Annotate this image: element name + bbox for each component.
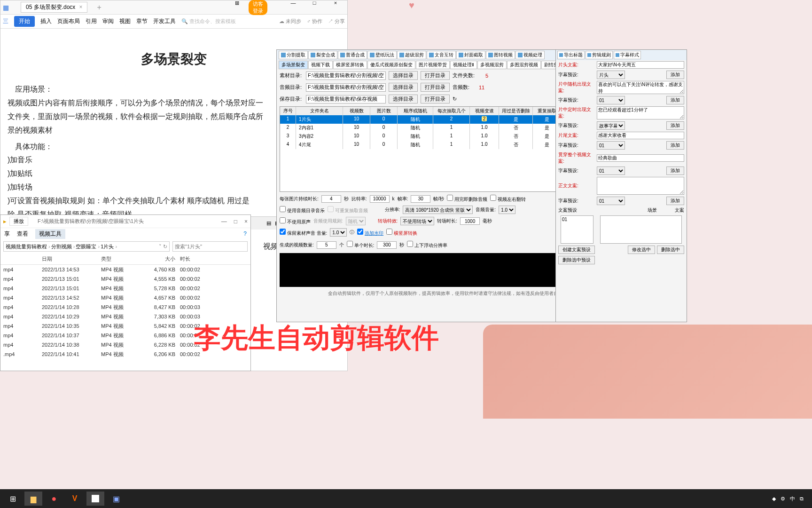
editor-top-tab[interactable]: 裂变合成 <box>308 51 337 59</box>
file-row[interactable]: mp42022/1/13 15:01MP4 视频4,555 KB00:00:02 <box>0 274 250 284</box>
app-misc-icon[interactable]: ▣ <box>107 492 125 506</box>
btn-delete-sel[interactable]: 删除选中 <box>657 246 684 254</box>
btn-select-src[interactable]: 选择目录 <box>389 71 418 80</box>
input-gen-count[interactable] <box>317 241 336 249</box>
editor-top-tab[interactable]: 图转视频 <box>486 51 515 59</box>
ribbon-ref[interactable]: 引用 <box>86 17 97 25</box>
editor-top-tab[interactable]: 超级混剪 <box>397 51 426 59</box>
btn-modify-sel[interactable]: 修改选中 <box>628 246 655 254</box>
col-date[interactable]: 日期 <box>42 255 101 262</box>
search-command[interactable]: 🔍 查找命令、搜索模板 <box>181 18 236 25</box>
input-body-text[interactable] <box>597 177 684 195</box>
btn-open-save[interactable]: 打开目录 <box>421 95 450 103</box>
file-row[interactable]: mp42022/1/13 14:53MP4 视频4,760 KB00:00:02 <box>0 265 250 274</box>
btn-add4[interactable]: 添加 <box>666 141 684 150</box>
editor-sub-tab[interactable]: 傻瓜式视频原创裂变 <box>367 61 415 69</box>
editor-sub-tab[interactable]: 多视频混剪 <box>477 61 507 69</box>
sel-pre5[interactable]: 01 <box>597 167 625 175</box>
tab-close-icon[interactable]: × <box>79 4 82 10</box>
input-fps[interactable] <box>411 195 430 203</box>
btn-add2[interactable]: 添加 <box>666 96 684 104</box>
input-tail-text[interactable] <box>597 132 684 139</box>
editor-top-tab[interactable]: 普通合成 <box>338 51 367 59</box>
btn-add6[interactable]: 添加 <box>666 197 684 205</box>
refresh-icon[interactable]: ↻ <box>453 96 457 102</box>
ribbon-insert[interactable]: 插入 <box>40 17 52 25</box>
input-bitrate[interactable] <box>370 195 390 203</box>
input-head-text[interactable] <box>597 61 684 69</box>
fexp-help-icon[interactable]: ? <box>243 230 247 237</box>
fexp-close[interactable]: × <box>244 218 248 225</box>
input-single-duration[interactable] <box>377 241 397 249</box>
editor-sub-tab[interactable]: 视频处理Ⅱ <box>450 61 477 69</box>
file-row[interactable]: mp42022/1/14 10:28MP4 视频8,427 KB00:00:03 <box>0 302 250 312</box>
cb-use-audio-dir[interactable]: 使用音频目录音乐 <box>280 206 325 214</box>
editor-top-tab[interactable]: 封面截取 <box>456 51 485 59</box>
input-save[interactable] <box>306 95 386 103</box>
col-duration[interactable]: 时长 <box>180 255 218 262</box>
input-imgdur[interactable] <box>321 195 341 203</box>
btn-select-aud[interactable]: 选择目录 <box>389 83 418 92</box>
maximize-button[interactable]: □ <box>305 0 324 15</box>
select-transition[interactable]: 不使用转场 <box>400 217 434 225</box>
col-size[interactable]: 大小 <box>146 255 180 262</box>
record-icon[interactable]: ● <box>45 492 63 506</box>
select-resolution[interactable]: 高清 1080*1920 合成快 竖版 <box>403 206 473 214</box>
preset-list[interactable]: 01 <box>561 215 593 244</box>
sync-label[interactable]: ☁ 未同步 <box>279 18 301 25</box>
tray-icon[interactable]: ◆ <box>772 496 776 502</box>
editor-sub-tab[interactable]: 多图混剪视频 <box>507 61 541 69</box>
sel-pre2[interactable]: 01 <box>597 96 625 104</box>
view-icon[interactable]: ▤ <box>266 220 271 226</box>
ribbon-dev[interactable]: 开发工具 <box>153 17 176 25</box>
btn-open-aud[interactable]: 打开目录 <box>421 83 450 92</box>
taskview-icon[interactable]: ⊞ <box>4 492 22 506</box>
cb-delete-audio[interactable]: 用完即删除音频 <box>447 195 487 203</box>
cb-no-original[interactable]: 不使用原声 <box>280 217 311 225</box>
fexp-share[interactable]: 享 <box>4 230 10 238</box>
fexp-maximize[interactable]: □ <box>234 218 237 225</box>
sel-pre1[interactable]: 片头 <box>597 71 625 79</box>
sel-pre6[interactable]: 01 <box>597 197 625 205</box>
breadcrumb[interactable]: 视频批量剪辑教程分割视频空眼睡宝1片头 ˅ ↻ <box>3 241 170 252</box>
cb-repeat-audio[interactable]: 可重复抽取音频 <box>328 206 368 214</box>
scene-list[interactable] <box>600 215 682 244</box>
guest-login-badge[interactable]: 访客登录 <box>249 0 267 15</box>
grid-icon[interactable]: ⊞ <box>227 0 246 15</box>
collab-label[interactable]: ♂ 协作 <box>307 18 322 25</box>
cb-single-duration[interactable]: 单个时长: <box>347 241 375 249</box>
select-source-vol[interactable]: 1.0 <box>330 228 347 237</box>
cb-keep-source-audio[interactable]: 保留素材声音 音量: <box>280 229 327 237</box>
tray-icon2[interactable]: ⚙ <box>781 496 785 502</box>
share-label[interactable]: ↗ 分享 <box>328 18 345 25</box>
editor-top-tab[interactable]: 视频处理 <box>515 51 545 59</box>
select-audio-vol[interactable]: 1.0 <box>499 206 515 214</box>
btn-delete-preset[interactable]: 删除选中预设 <box>558 256 595 264</box>
btn-select-save[interactable]: 选择目录 <box>389 95 418 103</box>
ribbon-review[interactable]: 审阅 <box>102 17 114 25</box>
rpanel-tab[interactable]: 导出标题 <box>557 51 585 59</box>
sel-pre3[interactable]: 故事字幕 <box>597 121 625 130</box>
explorer-icon[interactable]: ▆ <box>24 492 42 506</box>
close-button[interactable]: × <box>326 0 345 15</box>
editor-sub-tab[interactable]: 视频下载 <box>308 61 333 69</box>
input-aud[interactable] <box>306 83 386 92</box>
fexp-videotools[interactable]: 视频工具 <box>35 229 65 239</box>
app-v-icon[interactable]: V <box>66 492 84 506</box>
ribbon-view[interactable]: 视图 <box>119 17 131 25</box>
cb-watermark[interactable]: 添加水印 <box>357 229 383 237</box>
fexp-play-tab[interactable]: 播放 <box>9 217 28 226</box>
editor-sub-tab[interactable]: 图片视频带货 <box>416 61 450 69</box>
ribbon-chapter[interactable]: 章节 <box>136 17 148 25</box>
rpanel-tab[interactable]: 剪辑规则 <box>586 51 613 59</box>
rpanel-tab[interactable]: 字幕样式 <box>614 51 641 59</box>
new-tab-button[interactable]: + <box>97 3 101 12</box>
fexp-search-input[interactable] <box>172 241 248 252</box>
btn-add1[interactable]: 添加 <box>666 71 684 79</box>
btn-add3[interactable]: 添加 <box>666 121 684 130</box>
fexp-view[interactable]: 查看 <box>17 230 28 238</box>
menu-icon[interactable]: 三 <box>3 17 8 25</box>
cb-orientation[interactable]: 横竖屏转换 <box>386 229 417 237</box>
cb-float-res[interactable]: 上下浮动分辨率 <box>407 241 447 249</box>
input-random-text[interactable]: 喜欢的可以点下关注\N评论转发，感谢支持 <box>597 81 684 94</box>
